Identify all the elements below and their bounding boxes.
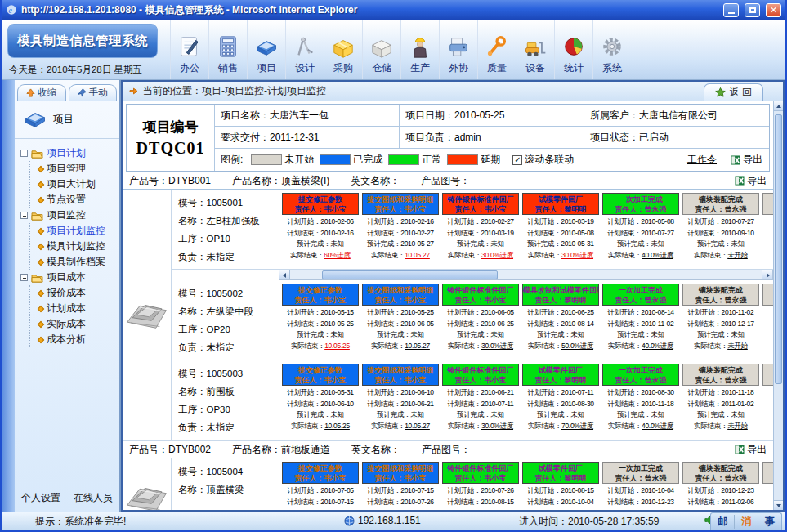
tree-item-project-plan-monitor[interactable]: 项目计划监控 (34, 223, 119, 239)
task-card[interactable]: 镶块装配完成责任人：曾永强计划开始：2010-11-02计划结束：2010-12… (682, 284, 759, 360)
expand-icon[interactable] (20, 212, 28, 219)
task-actual-value[interactable]: 10.05.27 (405, 342, 430, 350)
toolbar-item-outsource[interactable]: 外协 (439, 20, 477, 79)
task-actual-value[interactable]: 60%进度 (324, 251, 351, 259)
toolbar-item-system[interactable]: 系统 (592, 20, 631, 79)
vertical-scrollbar[interactable] (773, 101, 783, 510)
sidebar-tab-manual[interactable]: 手动 (69, 84, 118, 101)
task-card[interactable]: 提交修正参数责任人：韦小宝计划开始：2010-05-31计划结束：2010-06… (282, 364, 359, 440)
task-card[interactable]: 一次加工完成责任人：曾永强计划开始：2010-10-04计划结束：2010-12… (602, 462, 679, 510)
task-card[interactable]: 一次加工完成责任人：曾永强计划开始：2010-08-30计划结束：2010-11… (602, 364, 679, 440)
task-card[interactable]: 提交图纸和采购明细责任人：韦小宝计划开始：2010-05-25计划结束：2010… (362, 284, 439, 360)
task-actual-value[interactable]: 10.05.27 (405, 422, 430, 430)
expand-icon[interactable] (20, 274, 28, 281)
back-button[interactable]: 返 回 (704, 83, 763, 101)
scroll-left-button[interactable] (279, 270, 290, 279)
horizontal-scrollbar-thumb[interactable] (322, 270, 498, 279)
toolbar-item-warehouse[interactable]: 仓储 (362, 20, 400, 79)
task-card[interactable]: 一次加工完成责任人：曾永强计划开始：2010-05-08计划结束：2010-07… (602, 193, 679, 269)
task-actual-value[interactable]: 70.0%进度 (561, 422, 593, 430)
toolbar-item-statistics[interactable]: 统计 (554, 20, 592, 79)
task-card[interactable]: 试模零件回厂责任人：黎明明计划开始：2010-07-11计划结束：2010-08… (522, 364, 599, 440)
task-actual-value[interactable]: 50.0%进度 (561, 342, 593, 350)
task-card[interactable]: 提交图纸和采购明细责任人：韦小宝计划开始：2010-07-15计划结束：2010… (362, 462, 439, 510)
sidebar-link-personal-settings[interactable]: 个人设置 (21, 491, 60, 505)
task-actual-value[interactable]: 30.0%进度 (481, 342, 513, 350)
toolbar-item-office[interactable]: 办公 (170, 20, 208, 79)
svg-text:e: e (9, 6, 13, 15)
task-card[interactable]: 提交修正参数责任人：韦小宝计划开始：2010-02-06计划结束：2010-02… (282, 193, 359, 269)
task-card[interactable]: 提交修正参数责任人：韦小宝计划开始：2010-07-05计划结束：2010-07… (282, 462, 359, 510)
task-actual-value[interactable]: 30.0%进度 (481, 422, 513, 430)
task-actual-value[interactable]: 40.0%进度 (642, 422, 673, 430)
toolbar-item-purchase[interactable]: 采购 (324, 20, 362, 79)
task-card[interactable]: 模具改制和试模零件回厂责任人：黎明明计划开始：2010-06-25计划结束：20… (522, 284, 599, 360)
task-actual-value[interactable]: 未开始 (727, 342, 748, 350)
tree-group-project-plan[interactable]: 项目计划 (20, 145, 119, 161)
task-actual-value[interactable]: 30.0%进度 (561, 251, 593, 259)
task-actual-value[interactable]: 10.05.25 (324, 422, 350, 430)
task-card[interactable]: 提交图纸和采购明细责任人：韦小宝计划开始：2010-06-10计划结束：2010… (362, 364, 439, 440)
task-card[interactable]: 镶块装配完成责任人：曾永强计划开始：2010-12-23计划结束：2011-02… (682, 462, 759, 510)
export-link[interactable]: 导出 (731, 153, 762, 167)
work-order-link[interactable]: 工作令 (687, 153, 717, 167)
sidebar-link-online-users[interactable]: 在线人员 (74, 491, 113, 505)
minimize-button[interactable] (723, 3, 739, 17)
task-actual-value[interactable]: 未开始 (727, 251, 748, 259)
restore-button[interactable] (745, 3, 760, 17)
sidebar-module-project[interactable]: 项目 (15, 101, 119, 139)
task-actual-value[interactable]: 40.0%进度 (642, 342, 673, 350)
task-actual-value[interactable]: 10.05.27 (405, 251, 430, 259)
status-button-task[interactable]: 事 (758, 515, 781, 529)
tree-item-actual-cost[interactable]: 实际成本 (34, 316, 119, 332)
toolbar-item-production[interactable]: 生产 (400, 20, 439, 79)
task-title: 提交图纸和采购明细 (363, 463, 438, 473)
sidebar-tab-collapse[interactable]: 收缩 (17, 84, 66, 101)
task-card[interactable]: 镶块装配完成责任人：曾永强计划开始：2010-11-18计划结束：2011-01… (682, 364, 759, 440)
task-card[interactable]: 铸件锻件标准件回厂责任人：韦小宝计划开始：2010-06-21计划结束：2010… (442, 364, 519, 440)
tree-item-plan-cost[interactable]: 计划成本 (34, 301, 119, 316)
status-button-mail[interactable]: 邮 (711, 515, 734, 529)
tree-item-quote-cost[interactable]: 报价成本 (34, 285, 119, 301)
status-button-message[interactable]: 消 (734, 515, 758, 529)
tree-group-project-cost[interactable]: 项目成本 (20, 270, 119, 285)
task-card[interactable]: 铸件锻件标准件回厂责任人：韦小宝计划开始：2010-06-05计划结束：2010… (442, 284, 519, 360)
toolbar-item-quality[interactable]: 质量 (477, 20, 516, 79)
close-button[interactable]: ✕ (766, 3, 781, 17)
task-card[interactable]: 提交修正参数责任人：韦小宝计划开始：2010-05-15计划结束：2010-05… (282, 284, 359, 360)
task-actual: 实际结束：10.05.25 (282, 341, 359, 352)
product-export-link[interactable]: 导出 (735, 441, 767, 458)
task-card[interactable]: 试模零件回厂责任人：黎明明计划开始：2010-03-19计划结束：2010-05… (522, 193, 599, 269)
product-export-link[interactable]: 导出 (735, 172, 767, 189)
tree-group-project-monitor[interactable]: 项目监控 (20, 208, 119, 223)
task-card[interactable]: 铸件锻件标准件回厂责任人：韦小宝计划开始：2010-07-26计划结束：2010… (442, 462, 519, 510)
tree-item-node-settings[interactable]: 节点设置 (34, 192, 119, 208)
task-card[interactable]: 试模零件回厂责任人：黎明明计划开始：2010-08-15计划结束：2010-10… (522, 462, 599, 510)
tree-item-project-master-plan[interactable]: 项目大计划 (34, 177, 119, 192)
toolbar-item-equipment[interactable]: 设备 (516, 20, 554, 79)
task-title: 镶块装配完成 (683, 463, 758, 473)
task-actual-value[interactable]: 未开始 (727, 422, 748, 430)
task-actual-value[interactable]: 40.0%进度 (642, 251, 673, 259)
task-actual-value[interactable]: 30.0%进度 (481, 251, 513, 259)
expand-icon[interactable] (20, 150, 28, 157)
task-card[interactable]: 一次加工完成责任人：曾永强计划开始：2010-08-14计划结束：2010-11… (602, 284, 679, 360)
task-card[interactable]: 铸件锻件标准件回厂责任人：韦小宝计划开始：2010-02-27计划结束：2010… (442, 193, 519, 269)
task-card[interactable]: 提交图纸和采购明细责任人：韦小宝计划开始：2010-02-16计划结束：2010… (362, 193, 439, 269)
toolbar-item-design[interactable]: 设计 (285, 20, 324, 79)
toolbar-item-project[interactable]: 项目 (247, 20, 285, 79)
scroll-right-button[interactable] (762, 270, 772, 279)
scroll-linkage-checkbox[interactable]: ✓ (512, 155, 522, 165)
tree-item-project-management[interactable]: 项目管理 (34, 161, 119, 177)
scroll-down-button[interactable] (774, 500, 783, 510)
task-card[interactable]: 镶块装配完成责任人：曾永强计划开始：2010-07-27计划结束：2010-09… (682, 193, 759, 269)
tree-item-cost-analysis[interactable]: 成本分析 (34, 332, 119, 347)
tree-item-mold-plan-monitor[interactable]: 模具计划监控 (34, 239, 119, 254)
task-actual-value[interactable]: 10.05.25 (324, 342, 350, 350)
toolbar-item-sales[interactable]: 销售 (208, 20, 247, 79)
vertical-scrollbar-thumb[interactable] (775, 114, 782, 384)
scroll-up-button[interactable] (774, 101, 783, 111)
task-actual: 实际结束：40.0%进度 (602, 250, 679, 262)
horizontal-scrollbar[interactable] (279, 270, 773, 280)
tree-item-mold-archive[interactable]: 模具制作档案 (34, 254, 119, 270)
